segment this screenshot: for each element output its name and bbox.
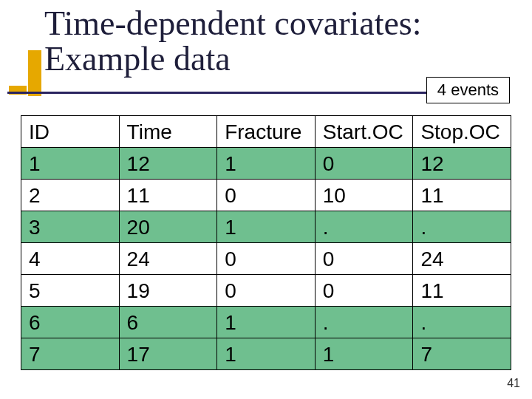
cell: 1 — [217, 338, 316, 370]
cell: 1 — [315, 338, 413, 370]
col-id: ID — [21, 116, 120, 148]
col-startoc: Start.OC — [315, 116, 413, 148]
cell: 0 — [315, 275, 413, 307]
table-row: 2 11 0 10 11 — [21, 180, 511, 211]
cell: 4 — [21, 243, 120, 275]
cell: 6 — [119, 307, 217, 338]
table-row: 6 6 1 . . — [21, 307, 511, 338]
cell: 3 — [21, 211, 120, 243]
page-number: 41 — [507, 377, 520, 390]
col-fracture: Fracture — [217, 116, 316, 148]
cell: 12 — [119, 148, 217, 180]
cell: 1 — [217, 211, 316, 243]
cell: 2 — [21, 180, 120, 211]
cell: . — [413, 211, 511, 243]
cell: 11 — [413, 180, 511, 211]
cell: 5 — [21, 275, 120, 307]
cell: 12 — [413, 148, 511, 180]
cell: 0 — [315, 148, 413, 180]
cell: . — [413, 307, 511, 338]
cell: 11 — [413, 275, 511, 307]
table-row: 5 19 0 0 11 — [21, 275, 511, 307]
cell: 7 — [21, 338, 120, 370]
cell: 17 — [119, 338, 217, 370]
cell: 24 — [119, 243, 217, 275]
data-table: ID Time Fracture Start.OC Stop.OC 1 12 1… — [21, 115, 511, 370]
table-row: 4 24 0 0 24 — [21, 243, 511, 275]
title-line-1: Time-dependent covariates: — [44, 4, 422, 42]
cell: 0 — [315, 243, 413, 275]
slide-title: Time-dependent covariates: Example data — [44, 6, 488, 78]
cell: 19 — [119, 275, 217, 307]
cell: 10 — [315, 180, 413, 211]
cell: 11 — [119, 180, 217, 211]
table-row: 7 17 1 1 7 — [21, 338, 511, 370]
cell: 0 — [217, 275, 316, 307]
cell: . — [315, 211, 413, 243]
cell: 1 — [21, 148, 120, 180]
cell: 20 — [119, 211, 217, 243]
table-header-row: ID Time Fracture Start.OC Stop.OC — [21, 116, 511, 148]
table-body: 1 12 1 0 12 2 11 0 10 11 3 20 1 . — [21, 148, 511, 370]
events-callout-text: 4 events — [437, 81, 499, 99]
cell: 7 — [413, 338, 511, 370]
data-table-wrap: ID Time Fracture Start.OC Stop.OC 1 12 1… — [21, 115, 511, 370]
col-stopoc: Stop.OC — [413, 116, 511, 148]
cell: 0 — [217, 180, 316, 211]
events-callout: 4 events — [426, 77, 510, 103]
slide: Time-dependent covariates: Example data … — [0, 0, 532, 399]
cell: . — [315, 307, 413, 338]
col-time: Time — [119, 116, 217, 148]
cell: 1 — [217, 307, 316, 338]
title-line-2: Example data — [44, 40, 231, 78]
table-row: 3 20 1 . . — [21, 211, 511, 243]
cell: 6 — [21, 307, 120, 338]
table-row: 1 12 1 0 12 — [21, 148, 511, 180]
cell: 0 — [217, 243, 316, 275]
title-area: Time-dependent covariates: Example data — [44, 6, 488, 78]
cell: 1 — [217, 148, 316, 180]
cell: 24 — [413, 243, 511, 275]
accent-block — [28, 50, 41, 96]
